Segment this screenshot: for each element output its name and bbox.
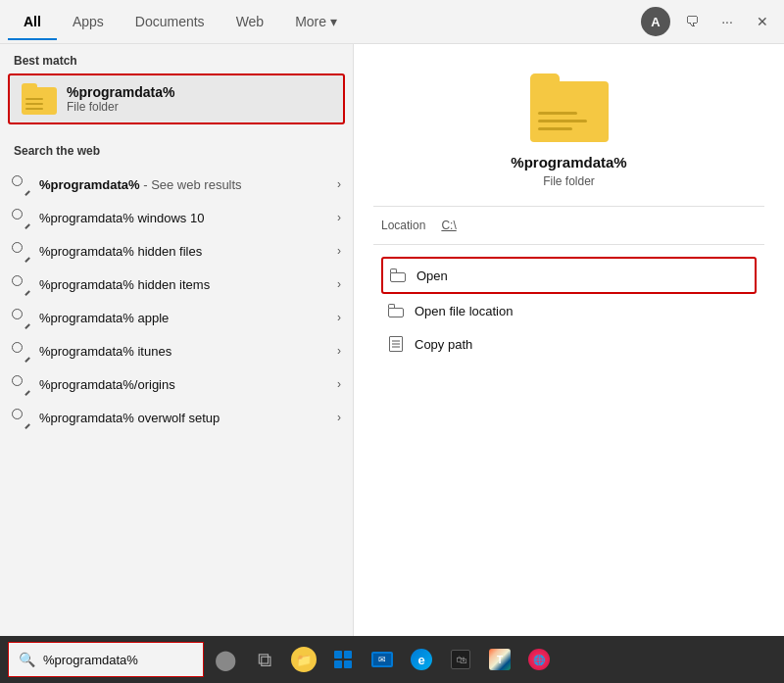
tab-all[interactable]: All bbox=[8, 4, 57, 39]
location-label: Location bbox=[381, 219, 425, 232]
search-box-text: %programdata% bbox=[43, 653, 193, 667]
divider-2 bbox=[373, 244, 764, 245]
open-action[interactable]: Open bbox=[381, 257, 757, 294]
chevron-right-icon-6: › bbox=[337, 377, 341, 391]
header: All Apps Documents Web More ▾ A 🗨 ··· ✕ bbox=[0, 0, 784, 44]
chevron-right-icon-0: › bbox=[337, 177, 341, 191]
folder-body bbox=[22, 87, 57, 115]
chevron-right-icon-5: › bbox=[337, 344, 341, 358]
location-value[interactable]: C:\ bbox=[441, 219, 456, 232]
chevron-right-icon-7: › bbox=[337, 411, 341, 424]
avatar[interactable]: A bbox=[641, 7, 670, 36]
taskbar-search-icon: 🔍 bbox=[19, 652, 35, 667]
search-icon bbox=[12, 409, 29, 426]
list-item[interactable]: %programdata% hidden items › bbox=[0, 268, 353, 301]
more-options-icon[interactable]: ··· bbox=[713, 8, 741, 35]
web-search-label: Search the web bbox=[0, 134, 353, 164]
search-item-text-1: %programdata% windows 10 bbox=[39, 211, 327, 225]
cortana-icon[interactable]: ⬤ bbox=[208, 642, 243, 677]
rf-line-2 bbox=[538, 120, 587, 122]
close-icon[interactable]: ✕ bbox=[749, 8, 776, 35]
web-search-list: %programdata% - See web results › %progr… bbox=[0, 168, 353, 434]
copy-path-doc-icon bbox=[387, 335, 405, 353]
search-icon bbox=[12, 242, 29, 260]
rf-folder-body bbox=[530, 81, 609, 142]
chevron-right-icon-3: › bbox=[337, 277, 341, 291]
search-icon bbox=[12, 309, 29, 326]
chevron-right-icon-1: › bbox=[337, 211, 341, 224]
search-item-text-3: %programdata% hidden items bbox=[39, 277, 327, 292]
search-item-text-4: %programdata% apple bbox=[39, 311, 327, 325]
open-label: Open bbox=[416, 268, 448, 283]
right-subtitle: File folder bbox=[543, 174, 595, 188]
list-item[interactable]: %programdata%/origins › bbox=[0, 367, 353, 401]
open-file-location-action[interactable]: Open file location bbox=[381, 294, 757, 327]
feedback-icon[interactable]: 🗨 bbox=[678, 8, 706, 35]
left-panel: Best match %programdata% File folder Sea… bbox=[0, 44, 353, 636]
folder-icon-large bbox=[22, 83, 57, 115]
colorful-icon[interactable]: T bbox=[482, 642, 517, 677]
search-icon bbox=[12, 209, 29, 226]
tab-web[interactable]: Web bbox=[220, 4, 280, 39]
file-explorer-icon[interactable]: 📁 bbox=[286, 642, 321, 677]
list-item[interactable]: %programdata% itunes › bbox=[0, 334, 353, 367]
best-match-text: %programdata% File folder bbox=[67, 84, 174, 114]
search-box[interactable]: 🔍 %programdata% bbox=[8, 642, 204, 677]
search-item-text-5: %programdata% itunes bbox=[39, 344, 327, 359]
chevron-right-icon-2: › bbox=[337, 244, 341, 258]
search-item-text-7: %programdata% overwolf setup bbox=[39, 411, 327, 425]
list-item[interactable]: %programdata% - See web results › bbox=[0, 168, 353, 201]
folder-line-3 bbox=[25, 108, 43, 110]
search-icon bbox=[12, 342, 29, 360]
search-item-text-6: %programdata%/origins bbox=[39, 377, 327, 392]
grid-icon[interactable] bbox=[325, 642, 361, 677]
best-match-name: %programdata% bbox=[67, 84, 174, 100]
open-file-location-label: Open file location bbox=[415, 304, 513, 318]
chevron-right-icon-4: › bbox=[337, 311, 341, 324]
search-icon bbox=[12, 375, 29, 393]
rf-line-3 bbox=[538, 127, 572, 130]
copy-path-action[interactable]: Copy path bbox=[381, 327, 757, 361]
right-panel: %programdata% File folder Location C:\ O… bbox=[353, 44, 784, 636]
list-item[interactable]: %programdata% windows 10 › bbox=[0, 201, 353, 234]
tab-documents[interactable]: Documents bbox=[120, 4, 220, 39]
folder-line-2 bbox=[25, 103, 43, 105]
open-folder-icon bbox=[389, 267, 407, 284]
folder-lines bbox=[25, 98, 43, 110]
action-list: Open Open file location Copy path bbox=[373, 257, 764, 361]
search-icon bbox=[12, 275, 29, 293]
right-folder-icon bbox=[530, 73, 609, 142]
list-item[interactable]: %programdata% overwolf setup › bbox=[0, 401, 353, 434]
rf-line-1 bbox=[538, 112, 577, 115]
edge-icon[interactable]: e bbox=[404, 642, 439, 677]
best-match-item[interactable]: %programdata% File folder bbox=[8, 73, 345, 124]
list-item[interactable]: %programdata% hidden files › bbox=[0, 234, 353, 268]
globe-icon[interactable]: 🌐 bbox=[521, 642, 557, 677]
best-match-label: Best match bbox=[0, 44, 353, 73]
store-icon[interactable]: 🛍 bbox=[443, 642, 478, 677]
tab-more[interactable]: More ▾ bbox=[279, 4, 353, 39]
right-title: %programdata% bbox=[511, 154, 626, 171]
location-row: Location C:\ bbox=[373, 219, 764, 232]
open-location-folder-icon bbox=[387, 302, 405, 319]
folder-line-1 bbox=[25, 98, 43, 100]
best-match-type: File folder bbox=[67, 100, 174, 114]
search-item-text-2: %programdata% hidden files bbox=[39, 244, 327, 259]
divider-1 bbox=[373, 206, 764, 207]
search-item-text-0: %programdata% - See web results bbox=[39, 177, 327, 192]
search-icon bbox=[12, 175, 29, 193]
rf-folder-lines bbox=[538, 112, 587, 130]
list-item[interactable]: %programdata% apple › bbox=[0, 301, 353, 334]
taskbar: 🔍 %programdata% ⬤ ⧉ 📁 ✉ e 🛍 T 🌐 bbox=[0, 636, 784, 683]
header-icons: A 🗨 ··· ✕ bbox=[641, 7, 776, 36]
taskview-icon[interactable]: ⧉ bbox=[247, 642, 282, 677]
main-area: Best match %programdata% File folder Sea… bbox=[0, 44, 784, 636]
copy-path-label: Copy path bbox=[415, 337, 472, 352]
mail-icon[interactable]: ✉ bbox=[365, 642, 400, 677]
tab-apps[interactable]: Apps bbox=[57, 4, 120, 39]
